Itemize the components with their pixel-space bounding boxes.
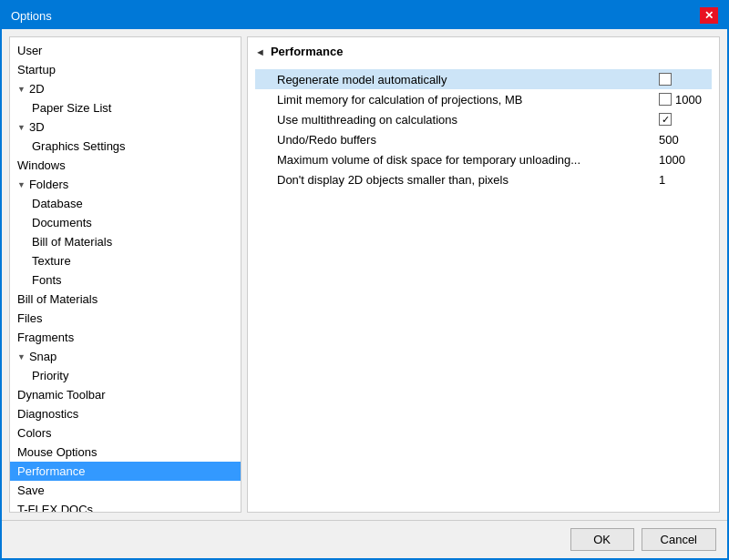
settings-row-limit-memory: Limit memory for calculation of projecti… xyxy=(255,89,712,109)
value-limit-memory: 1000 xyxy=(675,93,702,107)
sidebar-item-label-startup: Startup xyxy=(17,63,56,76)
sidebar-item-mouse-options[interactable]: Mouse Options xyxy=(10,443,241,462)
sidebar-item-label-bill-of-materials: Bill of Materials xyxy=(17,292,98,306)
sidebar-item-3d-group[interactable]: ▼3D xyxy=(10,117,241,137)
sidebar-item-graphics-settings[interactable]: Graphics Settings xyxy=(10,137,241,156)
dialog-footer: OK Cancel xyxy=(2,520,727,558)
cancel-button[interactable]: Cancel xyxy=(642,528,716,551)
settings-row-display-2d: Don't display 2D objects smaller than, p… xyxy=(255,169,712,189)
sidebar-item-fragments[interactable]: Fragments xyxy=(10,328,241,347)
checkbox-multithreading[interactable]: ✓ xyxy=(659,113,672,126)
sidebar-item-label-snap-group: Snap xyxy=(29,350,56,363)
dialog-body: UserStartup▼2DPaper Size List▼3DGraphics… xyxy=(2,29,727,520)
title-bar: Options ✕ xyxy=(2,2,727,29)
settings-label-limit-memory: Limit memory for calculation of projecti… xyxy=(259,93,653,107)
options-dialog: Options ✕ UserStartup▼2DPaper Size List▼… xyxy=(0,0,729,560)
sidebar-item-label-bill-of-materials-folder: Bill of Materials xyxy=(32,235,112,249)
sidebar-item-user[interactable]: User xyxy=(10,41,241,60)
sidebar-item-label-diagnostics: Diagnostics xyxy=(17,407,78,421)
section-header: ◄ Performance xyxy=(255,45,712,62)
settings-list: Regenerate model automaticallyLimit memo… xyxy=(255,69,712,189)
close-button[interactable]: ✕ xyxy=(700,7,718,24)
sidebar-item-label-paper-size-list: Paper Size List xyxy=(32,101,111,115)
sidebar-item-dynamic-toolbar[interactable]: Dynamic Toolbar xyxy=(10,385,241,404)
settings-label-display-2d: Don't display 2D objects smaller than, p… xyxy=(259,173,653,187)
sidebar-item-label-performance: Performance xyxy=(17,464,85,478)
sidebar-item-label-mouse-options: Mouse Options xyxy=(17,445,97,459)
sidebar-item-texture[interactable]: Texture xyxy=(10,251,241,270)
sidebar: UserStartup▼2DPaper Size List▼3DGraphics… xyxy=(9,36,241,513)
sidebar-item-bill-of-materials[interactable]: Bill of Materials xyxy=(10,290,241,309)
sidebar-item-label-database: Database xyxy=(32,197,83,210)
sidebar-item-fonts[interactable]: Fonts xyxy=(10,270,241,290)
sidebar-item-windows[interactable]: Windows xyxy=(10,156,241,175)
sidebar-item-label-tflex-docs: T-FLEX DOCs xyxy=(17,503,93,513)
sidebar-item-2d-group[interactable]: ▼2D xyxy=(10,79,241,98)
sidebar-item-priority[interactable]: Priority xyxy=(10,366,241,385)
settings-label-regenerate-model: Regenerate model automatically xyxy=(259,73,653,87)
value-display-2d: 1 xyxy=(659,173,665,187)
sidebar-item-snap-group[interactable]: ▼Snap xyxy=(10,347,241,366)
settings-label-disk-space: Maximum volume of disk space for tempora… xyxy=(259,153,653,167)
3d-group-collapse-icon: ▼ xyxy=(17,123,26,132)
sidebar-item-label-texture: Texture xyxy=(32,254,71,268)
folders-group-collapse-icon: ▼ xyxy=(17,180,26,189)
sidebar-item-label-windows: Windows xyxy=(17,158,66,172)
sidebar-item-label-2d-group: 2D xyxy=(29,82,45,96)
checkbox-regenerate-model[interactable] xyxy=(659,73,672,86)
sidebar-item-label-folders-group: Folders xyxy=(29,178,68,191)
sidebar-item-performance[interactable]: Performance xyxy=(10,462,241,481)
sidebar-item-startup[interactable]: Startup xyxy=(10,60,241,79)
sidebar-item-documents[interactable]: Documents xyxy=(10,213,241,232)
sidebar-item-label-priority: Priority xyxy=(32,369,68,382)
sidebar-item-label-fonts: Fonts xyxy=(32,273,62,287)
content-panel: ◄ Performance Regenerate model automatic… xyxy=(247,36,720,513)
2d-group-collapse-icon: ▼ xyxy=(17,85,26,94)
settings-row-disk-space: Maximum volume of disk space for tempora… xyxy=(255,149,712,169)
settings-row-undo-redo: Undo/Redo buffers500 xyxy=(255,129,712,149)
sidebar-item-label-colors: Colors xyxy=(17,426,52,440)
sidebar-item-label-dynamic-toolbar: Dynamic Toolbar xyxy=(17,388,106,402)
collapse-arrow-icon: ◄ xyxy=(255,46,265,57)
snap-group-collapse-icon: ▼ xyxy=(17,352,26,361)
sidebar-item-files[interactable]: Files xyxy=(10,309,241,328)
settings-label-multithreading: Use multithreading on calculations xyxy=(259,113,653,127)
ok-button[interactable]: OK xyxy=(570,528,634,551)
sidebar-item-colors[interactable]: Colors xyxy=(10,423,241,443)
sidebar-item-tflex-docs[interactable]: T-FLEX DOCs xyxy=(10,500,241,513)
value-undo-redo: 500 xyxy=(659,133,679,147)
sidebar-item-label-save: Save xyxy=(17,484,45,497)
sidebar-item-label-files: Files xyxy=(17,311,42,325)
section-title: Performance xyxy=(271,45,343,58)
sidebar-item-label-graphics-settings: Graphics Settings xyxy=(32,139,126,153)
sidebar-item-paper-size-list[interactable]: Paper Size List xyxy=(10,98,241,117)
checkbox-limit-memory[interactable] xyxy=(659,93,672,106)
sidebar-item-label-fragments: Fragments xyxy=(17,331,74,344)
sidebar-item-folders-group[interactable]: ▼Folders xyxy=(10,175,241,194)
sidebar-item-diagnostics[interactable]: Diagnostics xyxy=(10,404,241,423)
value-disk-space: 1000 xyxy=(659,153,685,167)
sidebar-item-database[interactable]: Database xyxy=(10,194,241,213)
settings-label-undo-redo: Undo/Redo buffers xyxy=(259,133,653,147)
sidebar-item-save[interactable]: Save xyxy=(10,481,241,500)
sidebar-item-label-documents: Documents xyxy=(32,216,92,229)
sidebar-item-label-3d-group: 3D xyxy=(29,120,45,134)
sidebar-item-label-user: User xyxy=(17,44,42,57)
settings-row-regenerate-model: Regenerate model automatically xyxy=(255,69,712,89)
dialog-title: Options xyxy=(11,9,52,23)
sidebar-item-bill-of-materials-folder[interactable]: Bill of Materials xyxy=(10,232,241,251)
settings-row-multithreading: Use multithreading on calculations✓ xyxy=(255,109,712,129)
